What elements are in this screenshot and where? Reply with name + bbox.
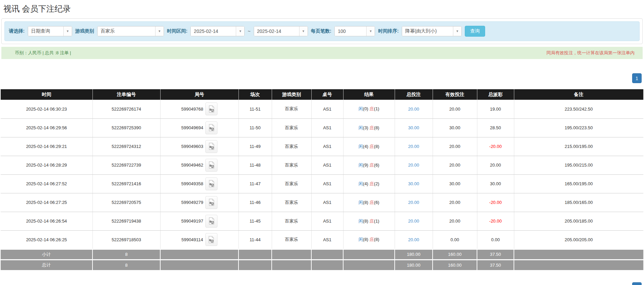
cell-note: 205.00/205.00	[514, 230, 643, 249]
video-replay-button[interactable]	[205, 233, 217, 246]
date-from-value[interactable]	[191, 26, 236, 36]
valid-bet-note: 同局有效投注，统一计算在该局第一张注单内	[546, 50, 635, 56]
column-header: 总派彩	[477, 89, 514, 100]
cell-round-id: 599049114	[160, 230, 238, 249]
grand-total-valid-bet: 160.00	[433, 260, 477, 270]
video-replay-button[interactable]	[205, 215, 217, 228]
pagination-page-1[interactable]: 1	[632, 73, 642, 83]
result-banker-value: (6)	[374, 163, 379, 168]
table-row: 2025-02-14 06:29:56522269725390599049694…	[1, 118, 643, 137]
total-bet-link[interactable]: 20.00	[408, 200, 419, 205]
cell-bet-id: 522269721416	[92, 174, 160, 193]
page-size-value[interactable]	[335, 26, 366, 36]
result-banker-label: 庄	[370, 181, 374, 186]
cell-payout: 19.00	[477, 100, 514, 118]
date-from-select[interactable]: ▼	[190, 26, 245, 36]
column-header: 桌号	[311, 89, 343, 100]
result-player-label: 闲	[358, 144, 363, 149]
result-player-value: (8)	[363, 237, 370, 242]
search-button[interactable]: 查询	[465, 26, 485, 37]
cell-session: 11-51	[238, 100, 272, 118]
total-bet-link[interactable]: 30.00	[408, 125, 419, 130]
cell-total-bet: 20.00	[395, 100, 433, 118]
cell-total-bet: 20.00	[395, 137, 433, 156]
cell-time: 2025-02-14 06:27:25	[1, 193, 92, 212]
total-bet-link[interactable]: 20.00	[408, 218, 419, 224]
cell-round-id: 599049603	[160, 137, 238, 156]
chevron-down-icon[interactable]: ▼	[299, 26, 308, 36]
video-replay-button[interactable]	[205, 159, 217, 172]
result-player-label: 闲	[358, 181, 363, 186]
video-replay-button[interactable]	[205, 196, 217, 209]
video-replay-button[interactable]	[205, 121, 217, 134]
total-bet-link[interactable]: 20.00	[408, 144, 419, 149]
subtotal-label: 小计	[1, 249, 92, 260]
round-id-text: 599049462	[181, 163, 203, 168]
result-banker-label: 庄	[370, 163, 374, 168]
pagination-page-1[interactable]: 1	[632, 282, 642, 285]
total-bet-link[interactable]: 20.00	[408, 107, 419, 112]
result-player-value: (4)	[363, 181, 370, 186]
cell-note: 223.50/242.50	[514, 100, 643, 118]
cell-payout: -20.00	[477, 212, 514, 230]
video-replay-button[interactable]	[205, 140, 217, 153]
cell-valid-bet: 20.00	[433, 100, 477, 118]
result-banker-label: 庄	[370, 200, 374, 205]
cell-table-no: AS1	[311, 100, 343, 118]
subtotal-count: 8	[92, 249, 160, 260]
cell-note: 165.00/195.00	[514, 174, 643, 193]
video-replay-button[interactable]	[205, 177, 217, 190]
cell-payout: -20.00	[477, 137, 514, 156]
subtotal-payout: 37.50	[477, 249, 514, 260]
cell-payout: -20.00	[477, 193, 514, 212]
query-type-select[interactable]: ▼	[28, 26, 72, 36]
cell-round-id: 599049197	[160, 212, 238, 230]
video-replay-icon	[208, 105, 215, 113]
cell-game-category: 百家乐	[272, 137, 311, 156]
video-replay-icon	[208, 198, 215, 206]
cell-note: 195.00/215.00	[514, 156, 643, 174]
cell-table-no: AS1	[311, 193, 343, 212]
date-to-select[interactable]: ▼	[254, 26, 308, 36]
chevron-down-icon[interactable]: ▼	[236, 26, 244, 36]
cell-bet-id: 522269719438	[92, 212, 160, 230]
total-bet-link[interactable]: 30.00	[408, 181, 419, 186]
table-header: 时间注单编号局号场次游戏类别桌号结果总投注有效投注总派彩备注	[1, 89, 643, 100]
page-size-select[interactable]: ▼	[334, 26, 375, 36]
result-player-label: 闲	[358, 218, 363, 224]
video-replay-button[interactable]	[205, 102, 217, 115]
cell-result: 闲(0) 庄(1)	[343, 100, 395, 118]
time-sort-value[interactable]	[402, 26, 453, 36]
cell-time: 2025-02-14 06:29:21	[1, 137, 92, 156]
column-header: 结果	[343, 89, 395, 100]
result-player-value: (8)	[363, 218, 370, 224]
cell-result: 闲(4) 庄(2)	[343, 174, 395, 193]
chevron-down-icon[interactable]: ▼	[63, 26, 72, 36]
cell-session: 11-45	[238, 212, 272, 230]
cell-bet-id: 522269720575	[92, 193, 160, 212]
cell-round-id: 599049358	[160, 174, 238, 193]
cell-game-category: 百家乐	[272, 212, 311, 230]
column-header: 局号	[160, 89, 238, 100]
total-bet-link[interactable]: 20.00	[408, 237, 419, 242]
result-player-label: 闲	[358, 163, 363, 168]
result-banker-value: (8)	[374, 125, 379, 130]
cell-time: 2025-02-14 06:29:56	[1, 118, 92, 137]
grand-total-payout: 37.50	[477, 260, 514, 270]
subtotal-valid-bet: 160.00	[433, 249, 477, 260]
chevron-down-icon[interactable]: ▼	[453, 26, 461, 36]
game-category-value[interactable]	[98, 26, 155, 36]
cell-note: 215.00/195.00	[514, 137, 643, 156]
query-type-value[interactable]	[28, 26, 63, 36]
game-category-select[interactable]: ▼	[97, 26, 164, 36]
time-sort-select[interactable]: ▼	[402, 26, 462, 36]
date-to-value[interactable]	[254, 26, 299, 36]
cell-result: 闲(8) 庄(1)	[343, 212, 395, 230]
chevron-down-icon[interactable]: ▼	[155, 26, 164, 36]
grand-total-row: 总计 8 180.00 160.00 37.50	[1, 260, 643, 270]
column-header: 有效投注	[433, 89, 477, 100]
total-bet-link[interactable]: 20.00	[408, 163, 419, 168]
result-player-label: 闲	[358, 200, 363, 205]
chevron-down-icon[interactable]: ▼	[366, 26, 375, 36]
cell-session: 11-47	[238, 174, 272, 193]
